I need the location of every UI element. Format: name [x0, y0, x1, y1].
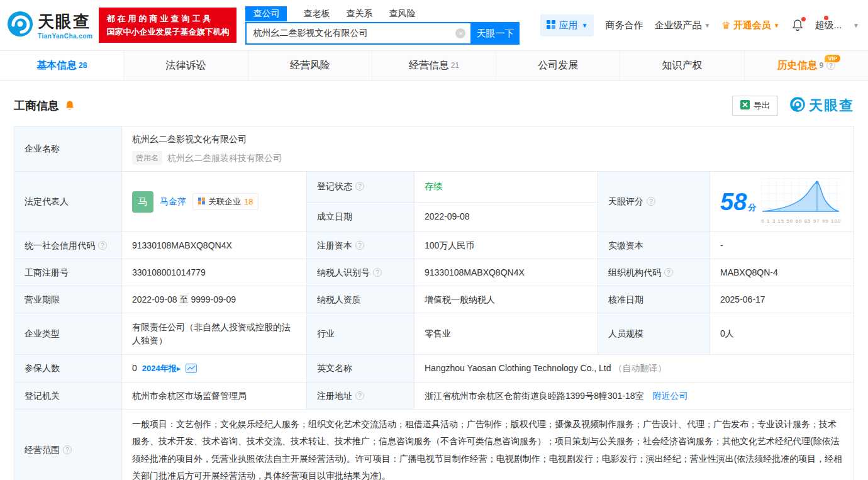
value-taxpayer-id: 91330108MABXQ8QN4X — [415, 259, 598, 286]
label-credit-code: 统一社会信用代码? — [14, 232, 122, 259]
tab-development-label: 公司发展 — [538, 59, 578, 72]
crown-icon: ♛ — [721, 20, 730, 31]
apps-grid-icon — [547, 20, 555, 31]
nearby-companies-link[interactable]: 附近公司 — [652, 391, 687, 401]
tab-legal-proceedings[interactable]: 法律诉讼 — [124, 51, 248, 80]
related-companies-badge[interactable]: 关联企业 18 — [192, 193, 259, 211]
value-registered-capital: 100万人民币 — [415, 232, 598, 259]
company-nav-tabs: 基本信息 28 法律诉讼 经营风险 经营信息 21 公司发展 知识产权 VIP … — [0, 50, 868, 81]
menu-business-coop[interactable]: 商务合作 — [605, 20, 643, 31]
apps-caret-icon: ▼ — [582, 22, 588, 29]
slogan-banner: 都在用的商业查询工具 国家中小企业发展子基金旗下机构 — [99, 8, 236, 43]
tab-basic-info-count: 28 — [79, 61, 87, 70]
label-company-name: 企业名称 — [14, 126, 122, 172]
enterprise-caret-icon: ▼ — [704, 22, 710, 29]
label-registration-number: 工商注册号 — [14, 259, 122, 286]
tab-basic-info[interactable]: 基本信息 28 — [0, 51, 124, 80]
label-insured-count: 参保人数 — [14, 355, 122, 382]
value-org-code: MABXQ8QN-4 — [710, 259, 854, 286]
search-tab-relation[interactable]: 查关系 — [346, 8, 372, 20]
org-code-help-icon[interactable]: ? — [664, 268, 673, 277]
vip-label: 开通会员 — [733, 20, 771, 31]
export-button[interactable]: 导出 — [732, 96, 778, 116]
tianyancha-logo[interactable]: 天眼查 TianYanCha.com — [6, 10, 92, 40]
search-tab-company[interactable]: 查公司 — [245, 6, 287, 21]
company-name-text: 杭州幺二叁影视文化有限公司 — [132, 133, 843, 146]
label-legal-representative: 法定代表人 — [14, 172, 122, 232]
label-establish-date: 成立日期 — [307, 202, 415, 232]
menu-enterprise-products[interactable]: 企业级产品 ▼ — [654, 20, 710, 31]
label-taxpayer-id: 纳税人识别号? — [307, 259, 415, 286]
apps-menu-button[interactable]: 应用 ▼ — [540, 14, 594, 36]
reg-capital-help-icon[interactable]: ? — [355, 241, 364, 250]
status-help-icon[interactable]: ? — [355, 182, 364, 191]
search-tab-risk[interactable]: 查风险 — [389, 8, 415, 20]
former-name-tag: 曾用名 — [132, 151, 162, 165]
value-staff-size: 0人 — [710, 313, 854, 355]
tab-operation-risk[interactable]: 经营风险 — [248, 51, 372, 80]
search-button[interactable]: 天眼一下 — [470, 22, 520, 45]
value-business-scope: 一般项目：文艺创作；文化娱乐经纪人服务；组织文化艺术交流活动；租借道具活动；广告… — [122, 410, 854, 480]
label-registered-address: 注册地址? — [307, 382, 415, 410]
top-header: 天眼查 TianYanCha.com 都在用的商业查询工具 国家中小企业发展子基… — [0, 0, 868, 50]
monitor-bell-icon[interactable] — [64, 100, 75, 111]
related-companies-icon — [198, 196, 205, 208]
search-tabs: 查公司 查老板 查关系 查风险 — [245, 6, 520, 22]
user-name-label: 超级... — [815, 20, 842, 31]
score-curve-chart: 0 1 3 15 50 60 85 97 99 100 — [761, 178, 842, 225]
tab-intellectual-property[interactable]: 知识产权 — [620, 51, 744, 80]
score-help-icon[interactable]: ? — [647, 197, 655, 206]
label-english-name: 英文名称 — [307, 355, 415, 382]
scope-help-icon[interactable]: ? — [63, 445, 72, 454]
tab-risk-label: 经营风险 — [290, 59, 330, 72]
tianyancha-swirl-icon — [6, 10, 34, 40]
value-industry: 零售业 — [415, 313, 598, 355]
tab-legal-label: 法律诉讼 — [165, 59, 206, 72]
credit-code-help-icon[interactable]: ? — [98, 241, 107, 250]
related-companies-count: 18 — [244, 196, 253, 208]
label-tianyan-score: 天眼评分? — [598, 172, 710, 232]
value-tianyan-score: 58分 0 1 3 15 50 60 85 97 — [710, 172, 854, 232]
tab-operation-count: 21 — [451, 61, 459, 70]
notification-bell-icon[interactable] — [791, 19, 804, 31]
tab-history-count: 9 — [819, 61, 823, 70]
label-registration-authority: 登记机关 — [14, 382, 122, 410]
legal-rep-link[interactable]: 马金萍 — [160, 195, 186, 208]
tab-basic-info-label: 基本信息 — [36, 59, 77, 72]
value-insured-count: 0 2024年报▸ — [122, 355, 307, 382]
export-label: 导出 — [754, 100, 770, 111]
logo-text-cn: 天眼查 — [38, 11, 92, 33]
value-registration-status: 存续 — [415, 172, 598, 203]
score-axis-labels: 0 1 3 15 50 60 85 97 99 100 — [761, 218, 842, 225]
notification-dot — [801, 17, 806, 21]
user-account[interactable]: 超级... — [815, 20, 842, 31]
account-caret-icon[interactable]: ▼ — [853, 22, 859, 29]
tab-company-development[interactable]: 公司发展 — [496, 51, 620, 80]
vip-badge: VIP — [825, 55, 840, 62]
menu-open-vip[interactable]: ♛ 开通会员 ▼ — [721, 20, 779, 31]
history-help-icon[interactable]: ? — [826, 61, 835, 70]
tab-operation-info[interactable]: 经营信息 21 — [372, 51, 496, 80]
value-paid-capital: - — [710, 232, 854, 259]
label-industry: 行业 — [307, 313, 415, 355]
former-name-text: 杭州幺二叁服装科技有限公司 — [167, 152, 282, 165]
label-business-term: 营业期限 — [14, 286, 122, 313]
value-business-term: 2022-09-08 至 9999-09-09 — [122, 286, 307, 313]
section-title: 工商信息 — [14, 98, 59, 113]
search-input[interactable] — [245, 22, 470, 45]
label-business-scope: 经营范围? — [14, 410, 122, 480]
vip-caret-icon: ▼ — [774, 22, 780, 29]
address-help-icon[interactable]: ? — [355, 391, 364, 400]
excel-icon — [740, 100, 750, 111]
value-registered-address: 浙江省杭州市余杭区仓前街道良睦路1399号8幢301-18室 附近公司 — [415, 382, 854, 410]
trend-chart-icon[interactable] — [186, 364, 197, 373]
label-registered-capital: 注册资本? — [307, 232, 415, 259]
value-company-type: 有限责任公司（非自然人投资或控股的法人独资） — [122, 313, 307, 355]
legal-rep-avatar[interactable]: 马 — [132, 191, 153, 213]
slogan-line2: 国家中小企业发展子基金旗下机构 — [106, 25, 229, 38]
tab-history-info[interactable]: VIP 历史信息 9 ? — [745, 51, 868, 80]
label-org-code: 组织机构代码? — [598, 259, 710, 286]
taxpayer-help-icon[interactable]: ? — [373, 268, 382, 277]
search-tab-boss[interactable]: 查老板 — [303, 8, 330, 20]
annual-report-link[interactable]: 2024年报▸ — [142, 362, 181, 375]
